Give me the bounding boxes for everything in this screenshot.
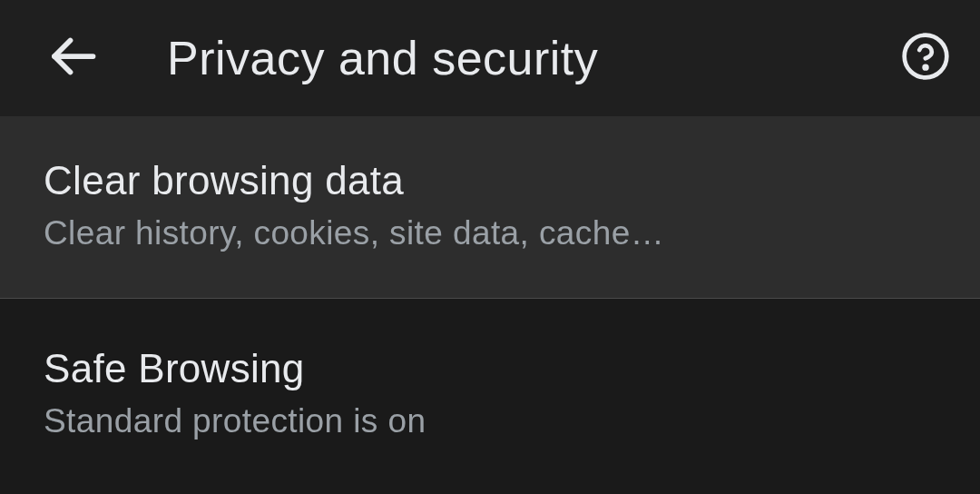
settings-item-safe-browsing[interactable]: Safe Browsing Standard protection is on <box>0 299 980 459</box>
page-title: Privacy and security <box>167 31 829 85</box>
header-bar: Privacy and security <box>0 0 980 116</box>
settings-item-clear-browsing-data[interactable]: Clear browsing data Clear history, cooki… <box>0 116 980 299</box>
help-button[interactable] <box>898 31 953 85</box>
svg-point-2 <box>925 66 927 69</box>
item-subtitle: Clear history, cookies, site data, cache… <box>44 214 936 252</box>
item-title: Clear browsing data <box>44 158 936 203</box>
item-title: Safe Browsing <box>44 346 936 391</box>
item-subtitle: Standard protection is on <box>44 402 936 440</box>
arrow-left-icon <box>45 29 100 87</box>
help-icon <box>900 31 951 85</box>
back-button[interactable] <box>47 33 98 84</box>
